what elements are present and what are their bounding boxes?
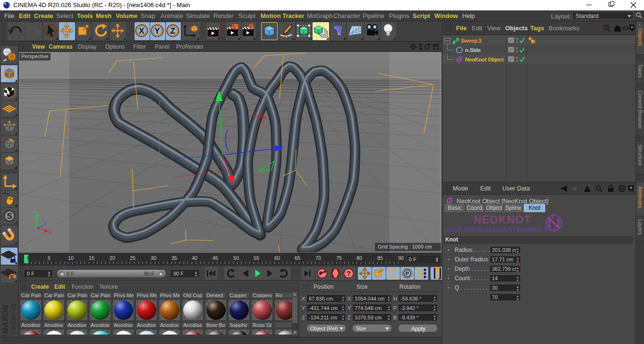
- svg-text:Z: Z: [170, 26, 175, 35]
- svg-text:Y: Y: [34, 210, 37, 215]
- svg-text:Z: Z: [43, 222, 46, 226]
- svg-text:X: X: [139, 26, 144, 35]
- svg-text:?: ?: [347, 269, 351, 277]
- svg-text:Y: Y: [154, 26, 160, 35]
- svg-text:X: X: [49, 230, 52, 235]
- svg-text:P: P: [406, 271, 409, 276]
- svg-text:S: S: [7, 212, 12, 220]
